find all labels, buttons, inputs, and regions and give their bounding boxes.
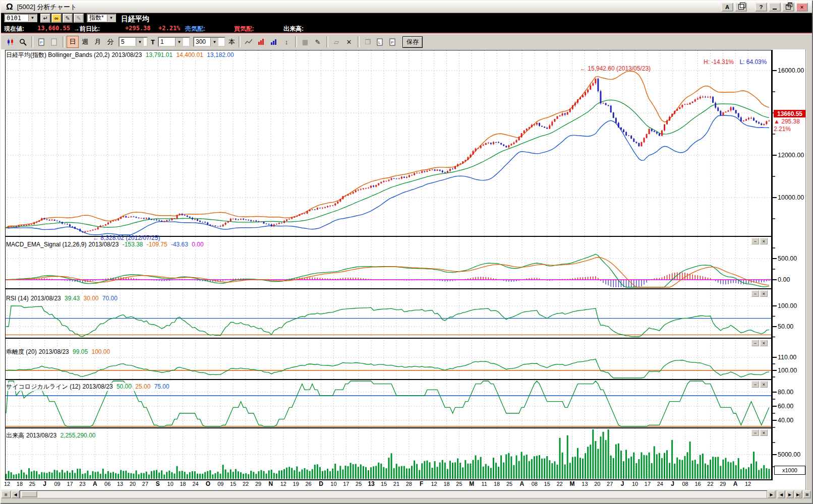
updown-arrows-icon[interactable]: ↕ <box>280 36 293 48</box>
font-button[interactable]: A <box>721 3 733 12</box>
candlestick-mode-icon[interactable] <box>4 36 16 48</box>
restore-button[interactable] <box>782 3 794 12</box>
panel-close-button[interactable]: × <box>760 381 768 388</box>
change-label: →前日比: <box>74 25 100 33</box>
close-button[interactable]: × <box>796 3 808 12</box>
volume-bar <box>398 467 400 479</box>
panel-minimize-button[interactable]: − <box>751 290 759 297</box>
scrollbar-thumb[interactable] <box>21 491 37 497</box>
volume-bar <box>549 460 550 479</box>
volume-bar <box>510 456 512 479</box>
volume-bar <box>654 446 655 479</box>
bar-count-select[interactable]: 300 ▼ <box>193 37 225 47</box>
panel-separator <box>5 379 773 380</box>
volume-bar <box>168 471 170 479</box>
panel-minimize-button[interactable]: − <box>751 381 759 388</box>
x-axis-label: 24 <box>192 481 198 487</box>
symbol-code-input[interactable]: 0101 <box>5 15 28 22</box>
chevron-down-icon[interactable]: ▼ <box>28 15 36 21</box>
scrollbar-track[interactable] <box>20 490 767 498</box>
save-button[interactable]: 保存 <box>402 36 423 48</box>
period-minute-button[interactable]: 分 <box>104 36 117 48</box>
candle-body <box>669 117 670 120</box>
nav-end-button[interactable]: ▶| <box>794 490 802 498</box>
interval-select[interactable]: 5 ▼ <box>119 37 148 47</box>
search-binoculars-button[interactable]: ∞ <box>51 14 62 23</box>
minimize-icon <box>773 5 777 10</box>
candle-body <box>393 178 395 179</box>
volume-bar <box>671 440 673 479</box>
nav-next-button[interactable]: ▶ <box>786 490 794 498</box>
candle-body <box>163 221 165 222</box>
candle-body <box>574 103 576 105</box>
title-bar[interactable]: Ω [5002] 分析チャート A ? × <box>1 1 812 13</box>
panel-close-button[interactable]: × <box>760 238 768 244</box>
pencil-icon[interactable]: ✎ <box>312 36 324 48</box>
scroll-left-button[interactable]: ◀ <box>11 490 20 498</box>
copy-window-button[interactable] <box>735 3 747 12</box>
volume-bar <box>273 473 275 479</box>
panel-close-button[interactable]: × <box>760 429 768 436</box>
candle-body <box>235 219 237 220</box>
chart-canvas[interactable]: 121825J091723A06132027S101824O09152229N1… <box>1 49 807 490</box>
category-combo[interactable]: 指数* ▼ <box>87 14 116 22</box>
symbol-code-combo[interactable]: 0101 ▼ <box>4 14 37 22</box>
new-page-icon[interactable]: P <box>35 36 47 48</box>
period-daily-button[interactable]: 日 <box>67 36 79 48</box>
panel-minimize-button[interactable]: − <box>751 429 759 436</box>
candle-body <box>605 103 607 105</box>
volume-bar <box>38 474 40 479</box>
help-button[interactable]: ? <box>755 3 767 12</box>
edit-note-button[interactable]: ✎ <box>63 14 73 23</box>
panel-minimize-button[interactable]: − <box>751 340 759 346</box>
candle-body <box>240 219 242 220</box>
period-weekly-button[interactable]: 週 <box>79 36 91 48</box>
chevron-down-icon[interactable]: ▼ <box>175 38 183 46</box>
chevron-down-icon[interactable]: ▼ <box>210 38 218 46</box>
candle-body <box>396 178 397 179</box>
panel-separator <box>5 338 773 339</box>
window-layout-icon[interactable]: ❐ <box>362 36 374 48</box>
t-select[interactable]: 1 ▼ <box>158 37 190 47</box>
grip-icon[interactable]: ≡ <box>1 490 11 498</box>
page-next-icon[interactable]: P <box>387 36 399 48</box>
candle-body <box>748 118 749 119</box>
line-draw-icon[interactable] <box>243 36 255 48</box>
volume-bar <box>687 452 688 479</box>
macd-panel-controls: − × <box>751 238 768 244</box>
nav-close-button[interactable]: ⊠ <box>803 490 811 498</box>
delete-x-icon[interactable]: ✕ <box>343 36 355 48</box>
panel-close-button[interactable]: × <box>760 340 768 346</box>
period-monthly-button[interactable]: 月 <box>92 36 104 48</box>
candle-body <box>651 129 653 131</box>
minimize-button[interactable] <box>769 3 781 12</box>
volume-bar <box>740 469 742 479</box>
volume-bar <box>605 440 607 479</box>
panel-minimize-button[interactable]: − <box>751 238 759 244</box>
zoom-icon[interactable] <box>17 36 29 48</box>
scroll-right-button[interactable]: ▶ <box>767 490 776 498</box>
x-axis-label: 10 <box>330 481 336 487</box>
volume-bar <box>353 464 354 479</box>
pen-off-button[interactable]: ✎ <box>74 14 84 23</box>
chevron-down-icon[interactable]: ▼ <box>136 38 144 46</box>
enter-button[interactable]: ↵ <box>40 14 50 23</box>
nav-prev-button[interactable]: ◀ <box>777 490 785 498</box>
candle-body <box>432 169 433 170</box>
volume-label: 出来高: <box>283 25 304 33</box>
eraser-icon[interactable]: ▱ <box>330 36 342 48</box>
red-histogram-icon[interactable] <box>255 36 267 48</box>
right-border-strip <box>805 49 812 490</box>
copy-page-icon[interactable] <box>48 36 60 48</box>
panel-close-button[interactable]: × <box>760 290 768 297</box>
candle-body <box>358 190 359 190</box>
volume-bar <box>212 474 213 479</box>
page-prev-icon[interactable]: L <box>374 36 386 48</box>
chevron-down-icon[interactable]: ▼ <box>107 15 115 21</box>
blue-histogram-icon[interactable] <box>268 36 280 48</box>
candle-body <box>156 220 157 220</box>
volume-bar <box>646 455 648 479</box>
grid-icon[interactable]: ▦ <box>299 36 311 48</box>
right-axis-line <box>771 50 773 480</box>
volume-bar <box>559 438 561 479</box>
